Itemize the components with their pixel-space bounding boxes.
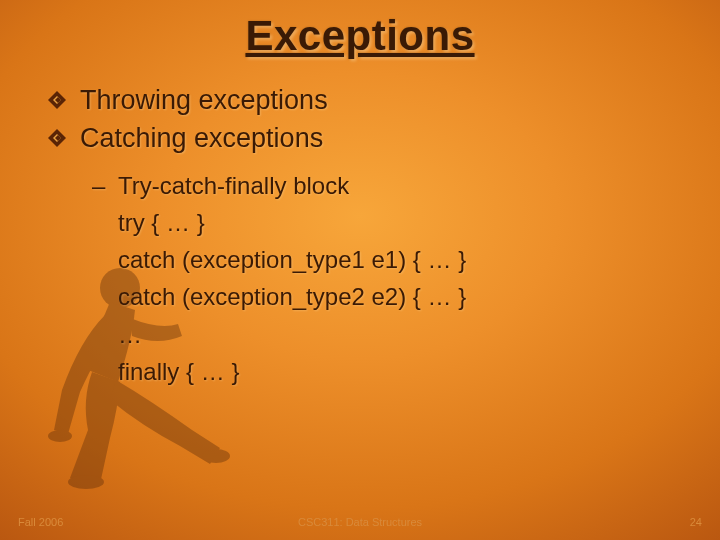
code-line: try { … }	[92, 204, 690, 241]
code-text: try { … }	[118, 209, 205, 236]
sub-lead-text: Try-catch-finally block	[118, 172, 349, 199]
diamond-arrow-icon	[48, 129, 66, 147]
code-text: finally { … }	[118, 358, 239, 385]
bullet-item: Catching exceptions	[48, 120, 690, 156]
footer-center: CSC311: Data Structures	[0, 516, 720, 528]
bullet-text: Catching exceptions	[80, 120, 323, 156]
code-line: catch (exception_type2 e2) { … }	[92, 278, 690, 315]
code-text: catch (exception_type2 e2) { … }	[118, 283, 466, 310]
bullet-text: Throwing exceptions	[80, 82, 328, 118]
diamond-arrow-icon	[48, 91, 66, 109]
bullet-item: Throwing exceptions	[48, 82, 690, 118]
sub-lead: –Try-catch-finally block	[92, 167, 690, 204]
code-text: …	[118, 321, 142, 348]
svg-point-1	[48, 430, 72, 442]
code-line: finally { … }	[92, 353, 690, 390]
code-line: catch (exception_type1 e1) { … }	[92, 241, 690, 278]
slide-body: Throwing exceptions Catching exceptions …	[48, 82, 690, 390]
sub-bullet-block: –Try-catch-finally block try { … } catch…	[92, 167, 690, 390]
svg-point-3	[202, 449, 230, 463]
svg-point-2	[68, 475, 104, 489]
slide-title: Exceptions	[0, 12, 720, 60]
code-text: catch (exception_type1 e1) { … }	[118, 246, 466, 273]
footer-page-number: 24	[690, 516, 702, 528]
code-line: …	[92, 316, 690, 353]
slide: Exceptions Throwing exceptions	[0, 0, 720, 540]
